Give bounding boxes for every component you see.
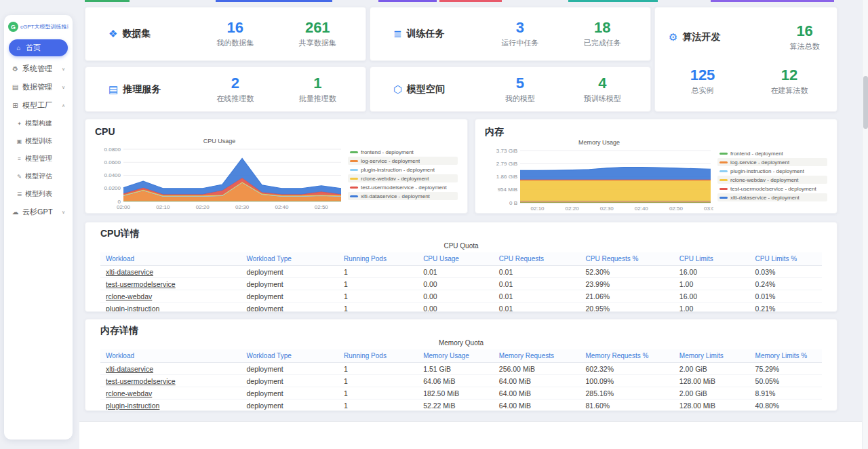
sidebar-item-label: 模型工厂	[22, 100, 58, 111]
svg-text:0 B: 0 B	[509, 200, 517, 206]
factory-icon: ⊞	[12, 102, 19, 109]
training-tasks-card: ≣ 训练任务 3 运行中任务 18 已完成任务	[370, 7, 651, 61]
metric-value: 16	[776, 23, 833, 39]
column-header[interactable]: CPU Limits	[674, 252, 750, 266]
memory-usage-chart[interactable]: 0 B954 MiB1.86 GiB2.79 GiB3.73 GiB02:100…	[485, 148, 713, 212]
legend-label: xlti-dataservice - deployment	[730, 195, 800, 201]
legend-item[interactable]: rclone-webdav - deployment	[348, 174, 458, 182]
legend-swatch	[350, 151, 358, 153]
legend-label: log-service - deployment	[361, 158, 420, 164]
workload-link[interactable]: xlti-dataservice	[100, 363, 241, 375]
cpu-usage-chart[interactable]: 00.02000.04000.06000.080002:0002:1002:20…	[95, 147, 344, 210]
legend-item[interactable]: frontend - deployment	[348, 148, 458, 156]
table-row: test-usermodelservicedeployment164.06 Mi…	[100, 375, 822, 387]
column-header[interactable]: CPU Limits %	[750, 252, 822, 266]
column-header[interactable]: Running Pods	[338, 349, 418, 363]
metric: 16 我的数据集	[194, 20, 277, 48]
metric: 3 运行中任务	[479, 20, 561, 48]
legend-item[interactable]: xlti-dataservice - deployment	[717, 193, 827, 201]
table-cell: deployment	[241, 399, 338, 412]
legend-item[interactable]: test-usermodelservice - deployment	[717, 184, 827, 193]
sidebar-item-modelfactory[interactable]: ⊞ 模型工厂 ∧	[7, 96, 69, 115]
cpu-panel-title: CPU	[95, 126, 458, 137]
legend-item[interactable]: plugin-instruction - deployment	[717, 167, 827, 175]
memory-chart-legend: frontend - deploymentlog-service - deplo…	[713, 139, 827, 212]
legend-item[interactable]: xlti-dataservice - deployment	[348, 192, 458, 200]
legend-item[interactable]: frontend - deployment	[717, 149, 827, 157]
column-header[interactable]: Workload Type	[241, 349, 338, 363]
sidebar-item-label: 云杉GPT	[22, 207, 58, 217]
table-cell: deployment	[241, 375, 338, 387]
legend-item[interactable]: test-usermodelservice - deployment	[348, 183, 458, 191]
table-row: xlti-dataservicedeployment11.51 GiB256.0…	[100, 363, 822, 375]
table-cell: 100.09%	[580, 375, 674, 387]
sidebar-item-label: 数据管理	[22, 82, 58, 92]
table-cell: 0.24%	[750, 278, 822, 290]
sidebar-item-cloudgpt[interactable]: ☁ 云杉GPT ∨	[7, 203, 69, 221]
column-header[interactable]: Memory Usage	[418, 349, 494, 363]
metric: 4 预训练模型	[561, 75, 644, 104]
chart-title: CPU Usage	[95, 138, 344, 147]
workload-link[interactable]: plugin-instruction	[100, 399, 241, 412]
memory-quota-title: Memory Quota	[100, 339, 822, 347]
svg-text:02:10: 02:10	[531, 206, 545, 212]
column-header[interactable]: Memory Requests %	[580, 349, 674, 363]
gear-icon: ⚙	[12, 65, 19, 73]
column-header[interactable]: Workload	[100, 252, 241, 266]
algo-row: 125 总实例 12 在建算法数	[659, 67, 833, 96]
table-cell: 0.03%	[750, 266, 822, 278]
legend-label: log-service - deployment	[730, 159, 789, 165]
metric: 12 在建算法数	[746, 67, 833, 96]
workload-link[interactable]: rclone-webdav	[100, 290, 241, 302]
workload-link[interactable]: test-usermodelservice	[100, 278, 241, 290]
table-cell: 0.01%	[750, 290, 822, 302]
modelspace-icon: ⬡	[393, 83, 402, 96]
main-content: ❖ 数据集 16 我的数据集 261 共享数据集 ≣ 训练任务 3 运行中任务 …	[85, 0, 837, 449]
workload-link[interactable]: plugin-instruction	[100, 302, 241, 313]
table-body: xlti-dataservicedeployment10.010.0152.30…	[100, 266, 822, 313]
table-cell: 128.00 MiB	[674, 375, 750, 387]
card-title: 算法开发	[682, 31, 720, 43]
column-header[interactable]: Workload Type	[241, 252, 338, 266]
table-cell: 50.05%	[750, 375, 822, 387]
sidebar-item-system[interactable]: ⚙ 系统管理 ∨	[7, 60, 69, 78]
dataset-card: ❖ 数据集 16 我的数据集 261 共享数据集	[85, 7, 366, 61]
table-cell: 602.32%	[580, 363, 674, 375]
column-header[interactable]: Memory Limits %	[750, 349, 822, 363]
sidebar-item-model-list[interactable]: ☰ 模型列表	[7, 185, 69, 203]
sidebar-item-model-train[interactable]: ▣ 模型训练	[7, 132, 69, 150]
metric-value: 2	[194, 75, 277, 92]
metric: 5 我的模型	[479, 75, 561, 104]
table-cell: 1	[338, 278, 418, 290]
table-cell: 0.00	[418, 290, 494, 302]
table-cell: deployment	[241, 363, 338, 375]
cpu-quota-title: CPU Quota	[100, 242, 822, 250]
column-header[interactable]: CPU Requests	[494, 252, 580, 266]
legend-item[interactable]: log-service - deployment	[717, 158, 827, 166]
table-cell: 182.50 MiB	[418, 387, 494, 399]
table-cell: 64.06 MiB	[418, 375, 494, 387]
legend-item[interactable]: log-service - deployment	[348, 157, 458, 165]
sidebar-item-home[interactable]: ⌂ 首页	[9, 39, 68, 56]
model-eval-icon: ✎	[16, 174, 22, 180]
legend-item[interactable]: rclone-webdav - deployment	[717, 176, 827, 184]
metric-value: 5	[479, 75, 561, 92]
workload-link[interactable]: xlti-dataservice	[100, 266, 241, 278]
chart-main: CPU Usage 00.02000.04000.06000.080002:00…	[95, 138, 344, 210]
column-header[interactable]: Workload	[100, 349, 241, 363]
column-header[interactable]: Memory Limits	[674, 349, 750, 363]
svg-text:02:10: 02:10	[156, 204, 170, 210]
legend-item[interactable]: plugin-instruction - deployment	[348, 165, 458, 174]
column-header[interactable]: CPU Usage	[418, 252, 494, 266]
sidebar-item-model-eval[interactable]: ✎ 模型评估	[7, 168, 69, 185]
workload-link[interactable]: test-usermodelservice	[100, 375, 241, 387]
scrollbar-thumb[interactable]	[863, 76, 868, 129]
scrollbar[interactable]	[862, 0, 868, 449]
workload-link[interactable]: rclone-webdav	[100, 387, 241, 399]
column-header[interactable]: CPU Requests %	[580, 252, 674, 266]
sidebar-item-model-build[interactable]: ✦ 模型构建	[7, 115, 69, 132]
sidebar-item-model-manage[interactable]: ≡ 模型管理	[7, 150, 69, 168]
sidebar-item-data[interactable]: ▤ 数据管理 ∨	[7, 78, 69, 96]
column-header[interactable]: Running Pods	[338, 252, 418, 266]
column-header[interactable]: Memory Requests	[494, 349, 580, 363]
